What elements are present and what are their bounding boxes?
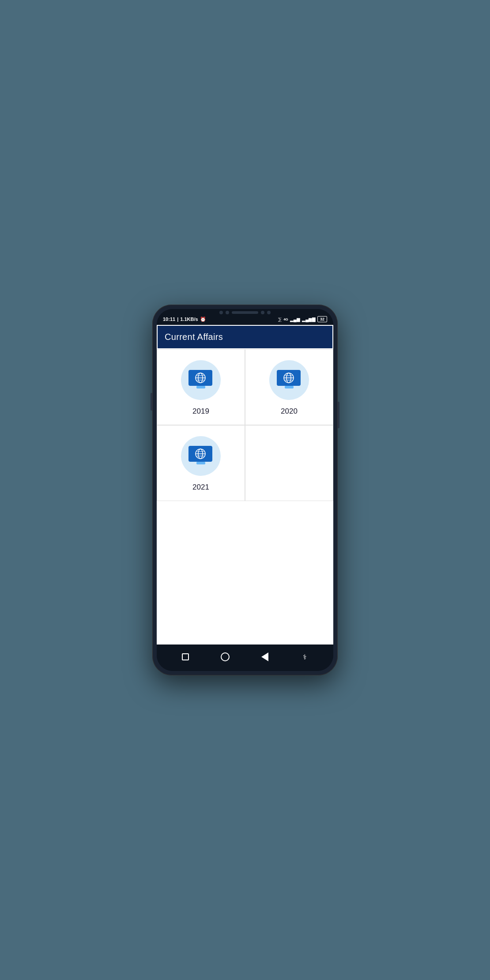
year-grid-container: 2019 [157, 349, 333, 645]
camera-dot [219, 311, 223, 314]
recent-apps-icon [182, 653, 189, 660]
bluetooth-icon: ⅀ [278, 317, 282, 322]
monitor-stand-2021 [196, 462, 205, 464]
page-title: Current Affairs [165, 332, 223, 342]
globe-icon-2019 [194, 372, 207, 384]
icon-circle-2021 [181, 436, 221, 476]
monitor-stand-2020 [285, 386, 294, 388]
sensor-dot-1 [226, 311, 229, 314]
year-card-2020[interactable]: 2020 [245, 349, 333, 425]
app-header: Current Affairs [157, 325, 333, 349]
empty-card [245, 425, 333, 501]
notch-area [157, 309, 333, 314]
volume-button[interactable] [151, 393, 152, 411]
power-button[interactable] [338, 402, 339, 428]
home-icon [221, 652, 230, 661]
recent-apps-button[interactable] [177, 649, 193, 665]
home-button[interactable] [217, 649, 233, 665]
network-4g-icon: 4G [283, 317, 288, 321]
phone-screen: 10:11 | 1.1KB/s ⏰ ⅀ 4G ▂▄▆ ▂▄▆▇ 32 Curre… [157, 309, 333, 671]
signal-icon-1: ▂▄▆ [290, 317, 300, 322]
monitor-icon-2021 [188, 446, 213, 466]
signal-icon-2: ▂▄▆▇ [302, 317, 316, 322]
front-camera [267, 311, 271, 314]
year-label-2020: 2020 [281, 407, 298, 416]
monitor-stand-2019 [196, 386, 205, 388]
data-speed: 1.1KB/s [180, 317, 198, 322]
accessibility-icon: ⚕ [303, 653, 307, 661]
bottom-nav-bar: ⚕ [157, 645, 333, 671]
icon-circle-2019 [181, 360, 221, 400]
time-display: 10:11 [163, 317, 175, 322]
phone-frame: 10:11 | 1.1KB/s ⏰ ⅀ 4G ▂▄▆ ▂▄▆▇ 32 Curre… [152, 305, 338, 675]
year-label-2021: 2021 [192, 483, 209, 492]
clock-icon: ⏰ [200, 317, 206, 322]
back-icon [261, 652, 268, 661]
accessibility-button[interactable]: ⚕ [297, 649, 313, 665]
monitor-screen-2020 [277, 370, 301, 386]
year-card-2019[interactable]: 2019 [157, 349, 245, 425]
monitor-icon-2020 [277, 370, 302, 390]
status-left: 10:11 | 1.1KB/s ⏰ [163, 317, 206, 322]
year-card-2021[interactable]: 2021 [157, 425, 245, 501]
year-grid: 2019 [157, 349, 333, 501]
monitor-icon-2019 [188, 370, 213, 390]
globe-icon-2020 [283, 372, 295, 384]
app-content: Current Affairs [157, 325, 333, 645]
status-right: ⅀ 4G ▂▄▆ ▂▄▆▇ 32 [278, 316, 327, 322]
speaker [232, 311, 258, 314]
camera-sensors [212, 309, 278, 316]
monitor-screen-2019 [188, 370, 212, 386]
year-label-2019: 2019 [192, 407, 209, 416]
battery-indicator: 32 [317, 316, 327, 322]
monitor-screen-2021 [188, 446, 212, 462]
icon-circle-2020 [269, 360, 309, 400]
separator: | [177, 317, 178, 322]
sensor-dot-2 [261, 311, 264, 314]
back-button[interactable] [257, 649, 273, 665]
globe-icon-2021 [194, 448, 207, 460]
